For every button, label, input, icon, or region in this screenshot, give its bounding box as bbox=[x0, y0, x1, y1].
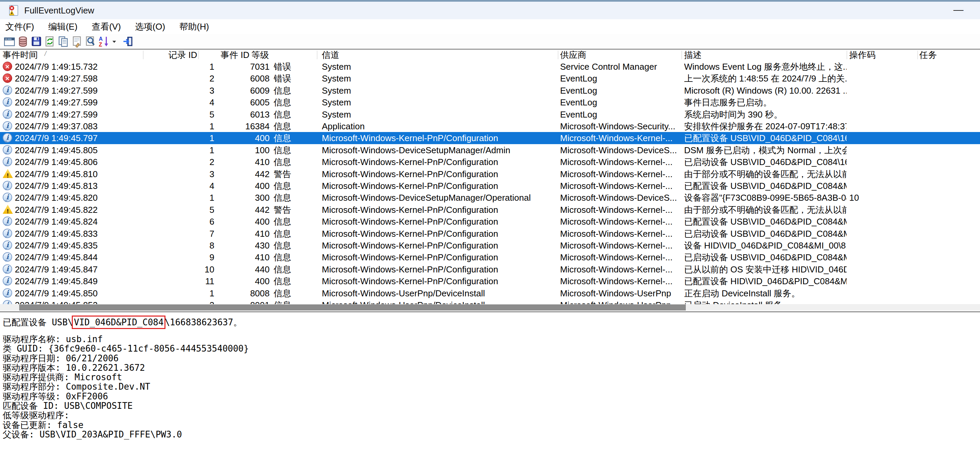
table-row[interactable]: i2024/7/9 1:49:45.85228001信息Microsoft-Wi… bbox=[0, 299, 980, 304]
toolbar-button-database[interactable] bbox=[17, 35, 29, 48]
cell-channel: System bbox=[322, 84, 558, 97]
cell-record: 3 bbox=[148, 168, 214, 180]
horizontal-scrollbar[interactable] bbox=[0, 304, 980, 311]
cell-channel: System bbox=[322, 96, 558, 108]
cell-opcode bbox=[849, 228, 916, 240]
info-level-icon: i bbox=[3, 265, 13, 274]
cell-task bbox=[920, 144, 978, 156]
pane-splitter[interactable] bbox=[0, 312, 980, 312]
toolbar-button-sort-az[interactable]: AZ bbox=[98, 35, 110, 48]
table-row[interactable]: i2024/7/9 1:49:45.8134400信息Microsoft-Win… bbox=[0, 180, 980, 192]
table-row[interactable]: i2024/7/9 1:49:37.083116384信息Application… bbox=[0, 120, 980, 132]
column-header-provider[interactable]: 供应商 bbox=[560, 49, 586, 60]
cell-level: 信息 bbox=[274, 228, 319, 240]
cell-record: 7 bbox=[148, 228, 214, 240]
toolbar-button-exit[interactable] bbox=[122, 35, 134, 48]
table-row[interactable]: i2024/7/9 1:49:45.8062410信息Microsoft-Win… bbox=[0, 156, 980, 168]
table-row[interactable]: i2024/7/9 1:49:45.84911400信息Microsoft-Wi… bbox=[0, 275, 980, 287]
cell-channel: Microsoft-Windows-Kernel-PnP/Configurati… bbox=[322, 228, 558, 240]
table-row[interactable]: !2024/7/9 1:49:45.8225442警告Microsoft-Win… bbox=[0, 204, 980, 216]
cell-opcode bbox=[849, 168, 916, 180]
cell-time: 2024/7/9 1:49:45.822 bbox=[15, 204, 145, 216]
table-row[interactable]: i2024/7/9 1:49:45.8246400信息Microsoft-Win… bbox=[0, 216, 980, 228]
cell-provider: Service Control Manager bbox=[560, 60, 681, 73]
cell-time: 2024/7/9 1:49:45.810 bbox=[15, 168, 145, 180]
column-header-level[interactable]: 等级 bbox=[251, 49, 269, 60]
column-header-opcode[interactable]: 操作码 bbox=[849, 49, 875, 60]
table-row[interactable]: i2024/7/9 1:49:27.59946005信息SystemEventL… bbox=[0, 96, 980, 108]
menubar: 文件(F)编辑(E)查看(V)选项(O)帮助(H) bbox=[0, 19, 980, 34]
cell-event: 8001 bbox=[216, 299, 270, 304]
toolbar-button-save[interactable] bbox=[30, 35, 43, 48]
cell-record: 1 bbox=[148, 60, 214, 73]
cell-desc: 已配置设备 HID\VID_046D&PID_C084&M... bbox=[684, 275, 846, 287]
cell-level: 信息 bbox=[274, 96, 319, 108]
details-line: 驱动程序名称: usb.inf bbox=[3, 334, 249, 344]
table-row[interactable]: i2024/7/9 1:49:45.8358430信息Microsoft-Win… bbox=[0, 239, 980, 252]
column-header-record[interactable]: 记录 ID bbox=[148, 49, 197, 60]
table-row[interactable]: i2024/7/9 1:49:45.84710440信息Microsoft-Wi… bbox=[0, 263, 980, 276]
app-icon bbox=[7, 5, 19, 16]
cell-time: 2024/7/9 1:49:27.598 bbox=[15, 72, 145, 84]
device-id-redbox: VID_046D&PID_C084 bbox=[72, 315, 165, 329]
menu-item-2[interactable]: 查看(V) bbox=[92, 21, 121, 33]
cell-time: 2024/7/9 1:49:27.599 bbox=[15, 96, 145, 108]
cell-opcode bbox=[849, 216, 916, 228]
cell-channel: Microsoft-Windows-DeviceSetupManager/Adm… bbox=[322, 144, 558, 156]
column-header-desc[interactable]: 描述 bbox=[684, 49, 702, 60]
cell-time: 2024/7/9 1:49:45.850 bbox=[15, 287, 145, 300]
column-header-task[interactable]: 任务 bbox=[920, 49, 937, 60]
toolbar-button-copy[interactable] bbox=[57, 35, 69, 48]
window-title: FullEventLogView bbox=[24, 5, 94, 16]
table-row[interactable]: i2024/7/9 1:49:45.8201300信息Microsoft-Win… bbox=[0, 192, 980, 204]
cell-time: 2024/7/9 1:49:45.805 bbox=[15, 144, 145, 156]
cell-event: 100 bbox=[216, 144, 270, 156]
toolbar-button-properties[interactable] bbox=[71, 35, 83, 48]
cell-record: 9 bbox=[148, 251, 214, 263]
table-row[interactable]: i2024/7/9 1:49:45.8051100信息Microsoft-Win… bbox=[0, 144, 980, 156]
cell-record: 8 bbox=[148, 239, 214, 252]
menu-item-0[interactable]: 文件(F) bbox=[5, 21, 34, 33]
cell-desc: 安排软件保护服务在 2024-07-09T17:48:37... bbox=[684, 120, 846, 132]
cell-event: 300 bbox=[216, 192, 270, 204]
cell-channel: Microsoft-Windows-Kernel-PnP/Configurati… bbox=[322, 251, 558, 263]
minimize-button[interactable]: — bbox=[949, 3, 968, 17]
table-row[interactable]: i2024/7/9 1:49:45.8337410信息Microsoft-Win… bbox=[0, 228, 980, 240]
cell-event: 430 bbox=[216, 239, 270, 252]
toolbar-button-refresh[interactable] bbox=[44, 35, 56, 48]
cell-task bbox=[920, 287, 978, 300]
table-row[interactable]: !2024/7/9 1:49:45.8103442警告Microsoft-Win… bbox=[0, 168, 980, 180]
column-header-time[interactable]: 事件时间 bbox=[3, 49, 38, 60]
cell-level: 信息 bbox=[274, 84, 319, 97]
table-row[interactable]: i2024/7/9 1:49:45.7971400信息Microsoft-Win… bbox=[0, 132, 980, 144]
cell-level: 信息 bbox=[274, 144, 319, 156]
menu-item-4[interactable]: 帮助(H) bbox=[179, 21, 209, 33]
toolbar-button-find[interactable] bbox=[84, 35, 96, 48]
details-line: 驱动程序日期: 06/21/2006 bbox=[3, 353, 249, 363]
cell-level: 警告 bbox=[274, 168, 319, 180]
cell-desc: 已启动 DeviceInstall 服务。 bbox=[684, 299, 846, 304]
cell-opcode bbox=[849, 144, 916, 156]
scrollbar-thumb[interactable] bbox=[19, 304, 686, 311]
cell-channel: Microsoft-Windows-Kernel-PnP/Configurati… bbox=[322, 168, 558, 180]
toolbar-button-data-source[interactable] bbox=[3, 35, 16, 48]
toolbar-button-sort-caret[interactable] bbox=[111, 35, 117, 48]
cell-channel: Microsoft-Windows-Kernel-PnP/Configurati… bbox=[322, 156, 558, 168]
cell-level: 信息 bbox=[274, 263, 319, 276]
table-row[interactable]: i2024/7/9 1:49:27.59956013信息SystemEventL… bbox=[0, 108, 980, 120]
column-header-event[interactable]: 事件 ID bbox=[202, 49, 250, 60]
header-separator bbox=[317, 51, 317, 59]
info-level-icon: i bbox=[3, 252, 13, 262]
cell-event: 410 bbox=[216, 251, 270, 263]
column-header-channel[interactable]: 信道 bbox=[322, 49, 339, 60]
menu-item-3[interactable]: 选项(O) bbox=[135, 21, 165, 33]
cell-desc: 已启动设备 USB\VID_046D&PID_C084&M... bbox=[684, 251, 846, 263]
cell-time: 2024/7/9 1:49:15.732 bbox=[15, 60, 145, 73]
details-line: 匹配设备 ID: USB\COMPOSITE bbox=[3, 401, 249, 410]
table-row[interactable]: ×2024/7/9 1:49:27.59826008错误SystemEventL… bbox=[0, 72, 980, 84]
table-row[interactable]: ×2024/7/9 1:49:15.73217031错误SystemServic… bbox=[0, 60, 980, 73]
table-row[interactable]: i2024/7/9 1:49:27.59936009信息SystemEventL… bbox=[0, 84, 980, 97]
table-row[interactable]: i2024/7/9 1:49:45.85018008信息Microsoft-Wi… bbox=[0, 287, 980, 300]
table-row[interactable]: i2024/7/9 1:49:45.8449410信息Microsoft-Win… bbox=[0, 251, 980, 263]
menu-item-1[interactable]: 编辑(E) bbox=[48, 21, 78, 33]
